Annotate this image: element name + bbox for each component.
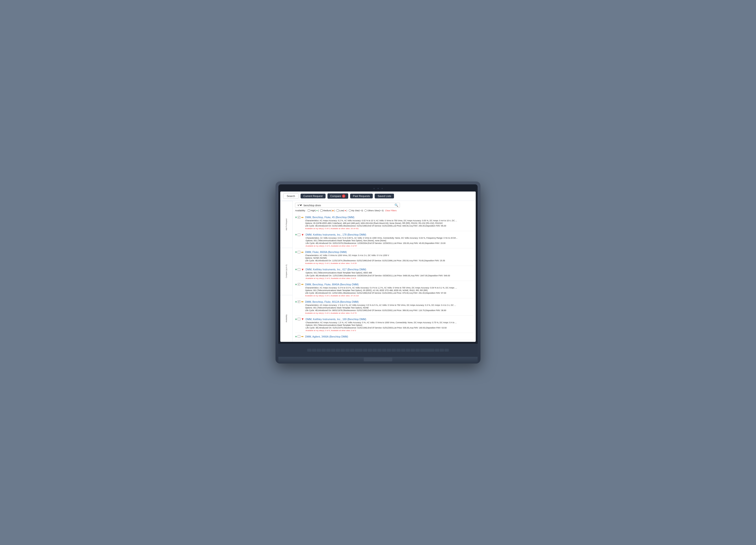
result-content-0: DMM, Benchtop, Fluke, 45 (Benchtop DMM) … [305, 215, 473, 230]
keyboard-area [278, 344, 478, 357]
sidebar: Add To Request Compare (up to 3) Availab… [280, 201, 293, 342]
key [307, 349, 312, 351]
compare-checkbox-4[interactable]: ✓ [298, 283, 300, 285]
result-content-5: DMM, Benchtop, Fluke, 8012A (Benchtop DM… [305, 299, 473, 314]
compare-checkbox-6[interactable] [298, 318, 300, 320]
key [440, 349, 444, 351]
filter-other-sites-radio[interactable] [364, 210, 367, 212]
filter-other-sites-label[interactable]: Others Sites(> 0) [364, 210, 383, 212]
result-desc-1: Characteristics: AC Volts Accuracy: 0.01… [306, 237, 473, 245]
sidebar-add-to-request: Add To Request [280, 201, 292, 248]
search-submit-button[interactable]: 🔍 [394, 204, 398, 207]
result-content-3: DMM, Keithley Instruments, Inc., 617 (Be… [306, 267, 473, 279]
sidebar-compare: Compare (up to 3) [280, 248, 292, 294]
search-input-wrapper: v 🔍 [295, 203, 400, 208]
result-title-4[interactable]: DMM, Benchtop, Fluke, 8840A (Benchtop DM… [305, 283, 359, 286]
result-content-6: DMM, Keithley Instruments, Inc., 169 (Be… [306, 317, 473, 331]
result-content-7: DMM, Agilent, 3466A (Benchtop DMM) [305, 334, 473, 338]
result-content-2: DMM, Fluke, 8600A (Benchtop DMM) Charact… [305, 250, 473, 265]
key [341, 349, 345, 351]
filter-my-site-radio[interactable] [349, 210, 351, 212]
filter-low-label[interactable]: Low(●) [337, 209, 347, 212]
camera-bar [280, 186, 476, 191]
availability-arrow-5: ➡ [301, 300, 304, 303]
result-avail-0: Available at my site(s): 0 of 0, Availab… [305, 228, 473, 230]
compare-checkbox-2[interactable] [298, 251, 300, 254]
row-actions-3: + ▼ [295, 267, 304, 271]
availability-arrow-3: ▼ [301, 268, 304, 271]
trackpad[interactable] [364, 357, 392, 361]
top-bar: Search Current Request Compare 3 Past Re… [280, 192, 476, 201]
compare-checkbox-0[interactable]: ✓ [298, 216, 300, 219]
content-area: Add To Request Compare (up to 3) Availab… [280, 201, 476, 342]
app-container: Search Current Request Compare 3 Past Re… [280, 192, 476, 342]
search-input[interactable] [304, 204, 394, 207]
results-list: + ✓ ➡ DMM, Benchtop, Fluke, 45 (Benchtop… [295, 214, 473, 340]
camera-dot-2 [378, 188, 379, 189]
result-avail-5: Available at my site(s): 0 of 0, Availab… [305, 312, 473, 314]
add-to-request-icon-3[interactable]: + [295, 268, 297, 271]
availability-arrow-7: ➡ [301, 335, 304, 338]
key [392, 349, 396, 351]
key [396, 349, 401, 351]
filter-high-label[interactable]: High(●) [308, 209, 319, 212]
result-title-0[interactable]: DMM, Benchtop, Fluke, 45 (Benchtop DMM) [305, 216, 354, 219]
result-desc-4: Characteristics: AC Amps Accuracy: 0.4 %… [305, 286, 473, 294]
laptop-base [278, 357, 478, 363]
add-to-request-icon-6[interactable]: + [295, 317, 297, 321]
add-to-request-icon-7[interactable]: + [295, 335, 297, 338]
filter-low-checkbox[interactable] [337, 210, 339, 212]
add-to-request-icon-4[interactable]: + [295, 282, 297, 286]
clear-filters-link[interactable]: Clear Filters [385, 210, 397, 212]
filter-medium-label[interactable]: Medium(◆) [320, 209, 335, 212]
result-row: + ➡ DMM, Agilent, 3466A (Benchtop DMM) [295, 333, 473, 340]
key-wide [355, 349, 363, 351]
compare-button[interactable]: Compare 3 [327, 194, 348, 199]
key [331, 349, 335, 351]
result-row: + ✓ ➡ DMM, Benchtop, Fluke, 8012A (Bench… [295, 298, 473, 315]
key [401, 349, 405, 351]
result-desc-6: Characteristics: AC Amps Accuracy: 1.5 %… [306, 321, 473, 329]
result-title-6[interactable]: DMM, Keithley Instruments, Inc., 169 (Be… [306, 318, 366, 320]
key [350, 349, 354, 351]
add-to-request-icon-5[interactable]: + [295, 300, 297, 304]
compare-checkbox-1[interactable] [298, 234, 300, 236]
past-requests-button[interactable]: Past Requests [350, 194, 373, 199]
key [368, 349, 372, 351]
filter-my-site-label[interactable]: My Site(> 0) [349, 210, 363, 212]
filter-row: Availability : High(●) Medium(◆) [295, 209, 473, 212]
row-actions-4: + ✓ ➡ [295, 282, 304, 286]
result-title-2[interactable]: DMM, Fluke, 8600A (Benchtop DMM) [305, 251, 347, 254]
availability-arrow-6: ▼ [301, 317, 304, 321]
filter-high-checkbox[interactable] [308, 210, 310, 212]
result-content-4: DMM, Benchtop, Fluke, 8840A (Benchtop DM… [305, 282, 473, 297]
result-title-5[interactable]: DMM, Benchtop, Fluke, 8012A (Benchtop DM… [305, 300, 359, 303]
current-request-button[interactable]: Current Request [301, 194, 326, 199]
filter-medium-checkbox[interactable] [320, 210, 323, 212]
search-button[interactable]: Search [283, 194, 299, 199]
compare-checkbox-5[interactable]: ✓ [298, 300, 300, 303]
add-to-request-icon-1[interactable]: + [295, 233, 297, 237]
result-title-3[interactable]: DMM, Keithley Instruments, Inc., 617 (Be… [306, 268, 366, 271]
compare-checkbox-7[interactable] [298, 335, 300, 338]
saved-lists-button[interactable]: Saved Lists [375, 194, 394, 199]
row-actions-1: + ▼ [295, 232, 304, 237]
result-title-1[interactable]: DMM, Keithley Instruments, Inc., 178 (Be… [306, 233, 366, 236]
row-actions-6: + ▼ [295, 317, 304, 321]
add-to-request-icon-0[interactable]: + [295, 215, 297, 219]
search-bar-row: v 🔍 [295, 203, 473, 208]
key [387, 349, 391, 351]
camera-dot-1 [373, 188, 375, 189]
key [363, 349, 367, 351]
availability-arrow-2: ➡ [301, 251, 304, 254]
availability-arrow-0: ➡ [301, 216, 304, 219]
key [415, 349, 420, 351]
result-title-7[interactable]: DMM, Agilent, 3466A (Benchtop DMM) [305, 335, 348, 338]
compare-checkbox-3[interactable] [298, 268, 300, 271]
result-row: + ✓ ➡ DMM, Benchtop, Fluke, 8840A (Bench… [295, 281, 473, 298]
screen: Search Current Request Compare 3 Past Re… [280, 192, 476, 342]
search-type-dropdown[interactable]: v [297, 204, 303, 207]
key [435, 349, 439, 351]
camera-dot-3 [382, 188, 383, 189]
add-to-request-icon-2[interactable]: + [295, 250, 297, 254]
